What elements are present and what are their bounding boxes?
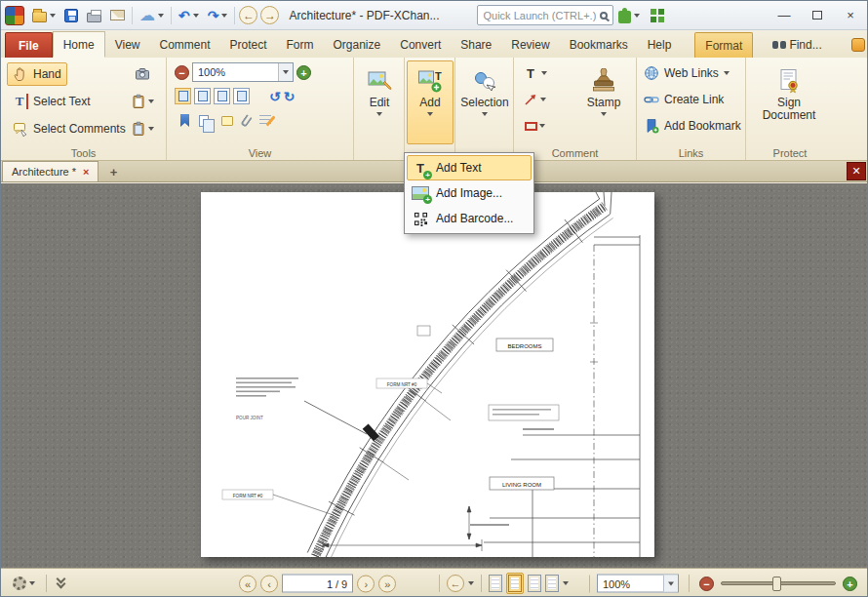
pdf-page[interactable]: BEDROOMS LIVING ROOM FORM NRT #0 FORM NR…	[201, 192, 654, 557]
zoom-slider-handle[interactable]	[772, 577, 781, 591]
snapshot-button[interactable]	[132, 62, 153, 86]
add-image-icon: +	[412, 186, 429, 200]
cloud-button[interactable]: ☁	[136, 4, 168, 27]
save-button[interactable]	[60, 4, 82, 27]
close-all-button[interactable]: ✕	[847, 162, 866, 180]
red-arrow-icon	[523, 92, 538, 107]
attachments-pane-button[interactable]	[240, 114, 253, 128]
hand-tool-button[interactable]: Hand	[7, 62, 67, 86]
menu-item-label: Add Text	[436, 161, 481, 175]
options-button[interactable]	[9, 572, 39, 595]
email-button[interactable]	[106, 4, 129, 27]
chevron-down-icon	[634, 14, 640, 18]
fields-pane-button[interactable]	[259, 115, 271, 127]
rotate-ccw-button[interactable]: ↺	[269, 89, 281, 104]
zoom-in-button[interactable]: +	[296, 65, 311, 80]
copy-tools-button[interactable]	[128, 117, 157, 140]
back-button[interactable]: ←	[239, 6, 257, 24]
edit-button[interactable]: Edit	[356, 60, 403, 144]
tab-comment[interactable]: Comment	[149, 32, 219, 58]
last-page-button[interactable]: »	[378, 575, 396, 592]
collapse-panel-button[interactable]	[54, 572, 68, 595]
plugins-button[interactable]	[614, 4, 644, 27]
next-page-button[interactable]: ›	[357, 575, 375, 592]
new-tab-button[interactable]: +	[105, 164, 121, 179]
tab-convert[interactable]: Convert	[390, 32, 451, 58]
paste-button[interactable]	[128, 90, 157, 113]
tab-home[interactable]: Home	[53, 31, 105, 58]
arrow-tool-button[interactable]	[520, 88, 549, 111]
comments-pane-button[interactable]	[221, 116, 233, 126]
maximize-button[interactable]	[801, 3, 834, 28]
status-zoom-dropdown-button[interactable]	[663, 576, 678, 592]
document-tab-architecture[interactable]: Architecture * ×	[2, 161, 99, 181]
sessions-button[interactable]	[645, 4, 670, 27]
undo-button[interactable]: ↶	[175, 4, 203, 27]
create-link-button[interactable]: Create Link	[641, 88, 727, 111]
continuous-layout-button[interactable]	[506, 573, 524, 594]
find-button[interactable]: Find...	[763, 32, 831, 58]
chevron-down-icon	[563, 581, 569, 585]
menu-item-add-text[interactable]: T+ Add Text	[407, 155, 532, 180]
previous-view-button[interactable]: ←	[447, 575, 464, 592]
menu-item-add-image[interactable]: + Add Image...	[407, 180, 532, 206]
web-links-button[interactable]: Web Links	[641, 61, 732, 85]
fit-visible-button[interactable]	[214, 88, 230, 104]
tab-format[interactable]: Format	[694, 32, 753, 58]
select-comments-button[interactable]: Select Comments	[7, 117, 132, 140]
close-button[interactable]: ×	[834, 3, 867, 28]
zoom-combo[interactable]: 100%	[192, 62, 294, 82]
fit-page-button[interactable]	[175, 88, 191, 104]
app-logo-icon[interactable]	[5, 6, 24, 25]
selection-button[interactable]: Selection	[457, 60, 512, 144]
redo-button[interactable]: ↷	[204, 4, 232, 27]
tab-organize[interactable]: Organize	[324, 32, 391, 58]
status-zoom-combo[interactable]: 100%	[597, 575, 679, 593]
quick-launch-search[interactable]: Quick Launch (CTRL+.)	[477, 5, 613, 25]
rotate-cw-button[interactable]: ↻	[284, 89, 296, 104]
menu-item-add-barcode[interactable]: Add Barcode...	[407, 206, 532, 231]
select-text-button[interactable]: T Select Text	[7, 90, 96, 113]
sign-document-button[interactable]: Sign Document	[750, 60, 828, 144]
tab-protect[interactable]: Protect	[220, 32, 277, 58]
status-zoom-out-button[interactable]: −	[699, 577, 714, 591]
forward-button[interactable]: →	[260, 6, 279, 24]
zoom-slider[interactable]	[721, 581, 836, 585]
tab-review[interactable]: Review	[501, 32, 559, 58]
close-tab-icon[interactable]: ×	[83, 166, 89, 178]
fit-width-button[interactable]	[194, 88, 211, 104]
two-page-continuous-layout-button[interactable]	[545, 575, 559, 592]
customize-button[interactable]	[842, 32, 868, 58]
tab-view[interactable]: View	[105, 32, 150, 58]
two-page-layout-button[interactable]	[528, 575, 541, 592]
chevron-down-icon	[668, 581, 674, 585]
chevron-down-icon	[427, 112, 433, 116]
fit-height-button[interactable]	[233, 88, 250, 104]
rectangle-tool-button[interactable]	[520, 114, 549, 138]
first-page-button[interactable]: «	[239, 575, 256, 592]
add-bookmark-button[interactable]: Add Bookmark	[641, 114, 744, 138]
add-bookmark-label: Add Bookmark	[664, 119, 741, 133]
tab-file[interactable]: File	[5, 32, 53, 58]
zoom-dropdown-button[interactable]	[278, 63, 293, 81]
single-page-layout-button[interactable]	[489, 575, 502, 592]
status-zoom-in-button[interactable]: +	[843, 577, 857, 591]
tab-form[interactable]: Form	[277, 32, 324, 58]
zoom-out-button[interactable]: −	[175, 65, 189, 80]
page-number-input[interactable]	[288, 577, 333, 589]
print-button[interactable]	[83, 4, 105, 27]
open-button[interactable]	[28, 4, 59, 27]
minimize-button[interactable]: —	[768, 3, 801, 28]
stamp-button[interactable]: Stamp	[576, 60, 631, 144]
typewriter-button[interactable]: T	[520, 61, 549, 85]
previous-page-button[interactable]: ‹	[260, 575, 278, 592]
add-button[interactable]: T Add	[407, 60, 454, 144]
tab-help[interactable]: Help	[638, 32, 682, 58]
chevron-down-icon	[221, 14, 227, 18]
pages-pane-button[interactable]	[199, 115, 209, 127]
ribbon-group-tools: Hand T Select Text Select Comments Tool	[1, 58, 167, 160]
tab-share[interactable]: Share	[451, 32, 501, 58]
continuous-layout-icon	[508, 575, 522, 592]
tab-bookmarks[interactable]: Bookmarks	[560, 32, 638, 58]
bookmark-pane-button[interactable]	[180, 114, 189, 127]
